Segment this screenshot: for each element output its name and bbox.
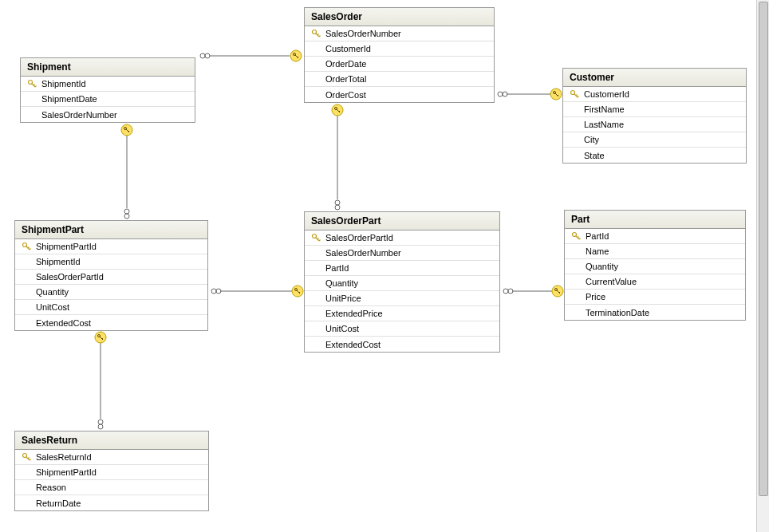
column-row[interactable]: SalesOrderNumber <box>305 26 494 41</box>
column-row[interactable]: Name <box>565 244 745 259</box>
entity-columns: PartId Name Quantity CurrentValue Price … <box>565 229 745 320</box>
vertical-scrollbar[interactable] <box>756 0 769 532</box>
column-row[interactable]: ExtendedCost <box>305 337 499 352</box>
column-name: LastName <box>582 120 624 129</box>
entity-customer[interactable]: Customer CustomerId FirstName LastName C… <box>562 68 747 164</box>
column-row[interactable]: State <box>563 148 746 163</box>
column-row[interactable]: OrderDate <box>305 57 494 72</box>
relationship-shipmentpart-salesorderpart[interactable] <box>208 283 304 299</box>
column-row[interactable]: ExtendedPrice <box>305 306 499 321</box>
column-row[interactable]: LastName <box>563 117 746 132</box>
column-row[interactable]: City <box>563 132 746 148</box>
entity-title: ShipmentPart <box>15 221 207 239</box>
entity-title: Shipment <box>21 58 195 77</box>
entity-shipment[interactable]: Shipment ShipmentId ShipmentDate SalesOr… <box>20 57 195 123</box>
column-name: SalesReturnId <box>34 452 92 462</box>
column-row[interactable]: FirstName <box>563 102 746 117</box>
entity-title: SalesOrderPart <box>305 212 499 231</box>
column-row[interactable]: CustomerId <box>305 41 494 57</box>
column-row[interactable]: UnitCost <box>15 300 207 315</box>
column-row[interactable]: CustomerId <box>563 87 746 102</box>
column-row[interactable]: SalesOrderPartId <box>305 231 499 246</box>
column-row[interactable]: TerminationDate <box>565 305 745 320</box>
column-row[interactable]: UnitCost <box>305 321 499 337</box>
column-name: SalesOrderNumber <box>40 110 117 120</box>
column-row[interactable]: ShipmentDate <box>21 92 195 107</box>
relationship-shipment-shipmentpart[interactable] <box>119 124 135 220</box>
column-row[interactable]: ShipmentPartId <box>15 239 207 254</box>
column-row[interactable]: SalesOrderNumber <box>305 246 499 261</box>
column-name: ExtendedCost <box>34 318 91 328</box>
entity-columns: SalesReturnId ShipmentPartId Reason Retu… <box>15 450 208 510</box>
column-name: TerminationDate <box>584 308 649 317</box>
column-row[interactable]: ExtendedCost <box>15 315 207 330</box>
key-icon <box>566 89 582 99</box>
entity-part[interactable]: Part PartId Name Quantity CurrentValue P… <box>564 210 746 321</box>
column-name: ShipmentDate <box>40 94 97 104</box>
column-name: OrderCost <box>324 90 366 100</box>
column-row[interactable]: PartId <box>565 229 745 244</box>
column-name: Reason <box>34 483 66 492</box>
column-row[interactable]: CurrentValue <box>565 274 745 290</box>
scrollbar-thumb[interactable] <box>759 2 768 496</box>
entity-shipmentpart[interactable]: ShipmentPart ShipmentPartId ShipmentId S… <box>14 220 208 331</box>
entity-title: Part <box>565 211 745 229</box>
column-row[interactable]: OrderTotal <box>305 72 494 87</box>
column-row[interactable]: OrderCost <box>305 87 494 102</box>
column-row[interactable]: Reason <box>15 480 208 495</box>
entity-columns: SalesOrderNumber CustomerId OrderDate Or… <box>305 26 494 102</box>
column-name: ShipmentPartId <box>34 242 97 251</box>
entity-salesreturn[interactable]: SalesReturn SalesReturnId ShipmentPartId… <box>14 431 209 511</box>
column-name: UnitCost <box>34 302 69 312</box>
column-name: FirstName <box>582 104 625 114</box>
relationship-shipment-salesorder[interactable] <box>195 48 304 64</box>
column-row[interactable]: UnitPrice <box>305 291 499 306</box>
entity-title: SalesOrder <box>305 8 494 26</box>
column-row[interactable]: Quantity <box>15 285 207 300</box>
column-name: State <box>582 151 605 160</box>
entity-columns: SalesOrderPartId SalesOrderNumber PartId… <box>305 231 499 352</box>
column-name: ExtendedPrice <box>324 309 383 318</box>
column-name: CustomerId <box>582 89 629 99</box>
column-row[interactable]: ShipmentPartId <box>15 465 208 480</box>
column-name: ShipmentPartId <box>34 467 97 477</box>
column-name: ShipmentId <box>34 257 81 266</box>
column-name: UnitPrice <box>324 294 361 303</box>
column-name: ReturnDate <box>34 499 81 508</box>
column-row[interactable]: SalesReturnId <box>15 450 208 465</box>
relationship-salesorder-customer[interactable] <box>495 86 562 102</box>
column-row[interactable]: Quantity <box>565 259 745 274</box>
entity-columns: ShipmentPartId ShipmentId SalesOrderPart… <box>15 239 207 330</box>
entity-columns: CustomerId FirstName LastName City State <box>563 87 746 163</box>
column-name: CurrentValue <box>584 277 637 286</box>
column-name: SalesOrderPartId <box>34 272 104 282</box>
relationship-salesorder-salesorderpart[interactable] <box>329 104 345 211</box>
relationship-salesorderpart-part[interactable] <box>500 283 564 299</box>
column-row[interactable]: ShipmentId <box>21 77 195 92</box>
column-row[interactable]: ReturnDate <box>15 495 208 510</box>
column-name: CustomerId <box>324 44 371 53</box>
column-name: PartId <box>584 231 609 241</box>
entity-salesorder[interactable]: SalesOrder SalesOrderNumber CustomerId O… <box>304 7 495 103</box>
column-name: Quantity <box>324 278 358 288</box>
entity-title: Customer <box>563 69 746 87</box>
entity-title: SalesReturn <box>15 432 208 450</box>
column-row[interactable]: Price <box>565 290 745 305</box>
column-name: Price <box>584 292 605 301</box>
entity-salesorderpart[interactable]: SalesOrderPart SalesOrderPartId SalesOrd… <box>304 211 500 353</box>
column-row[interactable]: ShipmentId <box>15 254 207 270</box>
column-row[interactable]: SalesOrderPartId <box>15 270 207 285</box>
column-row[interactable]: PartId <box>305 261 499 276</box>
column-name: City <box>582 135 599 144</box>
key-icon <box>18 452 34 462</box>
column-name: SalesOrderPartId <box>324 233 393 242</box>
column-name: ExtendedCost <box>324 340 381 349</box>
key-icon <box>18 242 34 251</box>
column-row[interactable]: SalesOrderNumber <box>21 107 195 122</box>
column-name: OrderTotal <box>324 74 366 84</box>
column-name: PartId <box>324 263 349 273</box>
column-name: OrderDate <box>324 59 366 69</box>
column-row[interactable]: Quantity <box>305 276 499 291</box>
entity-columns: ShipmentId ShipmentDate SalesOrderNumber <box>21 77 195 122</box>
relationship-shipmentpart-salesreturn[interactable] <box>93 331 108 431</box>
